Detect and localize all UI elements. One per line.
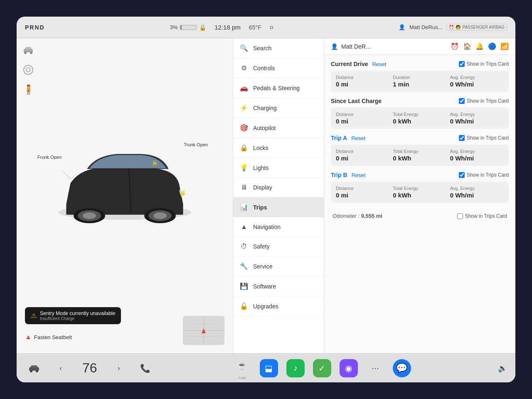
menu-panel: 🔍 Search ⚙ Controls 🚗 Pedals & Steering …	[233, 38, 324, 353]
trips-label: Trips	[253, 204, 267, 211]
mini-map[interactable]	[183, 316, 224, 345]
safety-icon: ⏱	[240, 243, 248, 250]
header-icons: ⏰ 🏠 🔔 🔵 📶	[451, 42, 509, 50]
bell-icon[interactable]: 🔔	[475, 42, 484, 50]
menu-item-upgrades[interactable]: 🔓 Upgrades	[233, 296, 324, 316]
alarm-icon[interactable]: ⏰	[451, 42, 459, 50]
status-right: 👤 Matt DeRus... ⏰ 🧑 PASSENGER AIRBAG	[399, 24, 507, 31]
svg-line-13	[62, 171, 71, 179]
bluetooth-header-icon[interactable]: 🔵	[488, 42, 496, 50]
main-content: 🧍	[17, 38, 515, 353]
car-bottom-icon[interactable]	[25, 359, 43, 377]
sentry-sub-text: Insufficient Charge	[40, 316, 115, 321]
passenger-airbag: ⏰ 🧑 PASSENGER AIRBAG	[446, 24, 507, 31]
service-label: Service	[253, 263, 273, 270]
forward-button[interactable]: ›	[110, 359, 128, 377]
menu-item-autopilot[interactable]: 🎯 Autopilot	[233, 118, 324, 138]
more-apps-icon[interactable]: ···	[366, 359, 384, 377]
menu-item-controls[interactable]: ⚙ Controls	[233, 58, 324, 78]
search-icon: 🔍	[240, 44, 248, 52]
trip-b-reset[interactable]: Reset	[352, 172, 366, 178]
service-icon: 🔧	[240, 262, 248, 270]
current-drive-title: Current Drive	[331, 61, 368, 67]
navigation-label: Navigation	[253, 224, 281, 230]
trip-b-checkbox[interactable]	[459, 172, 465, 178]
menu-item-software[interactable]: 💾 Software	[233, 276, 324, 296]
trunk-label: Trunk Open	[184, 142, 208, 148]
trip-b-header: Trip B Reset Show in Trips Card	[331, 172, 509, 178]
since-charge-avg-energy: Avg. Energy 0 Wh/mi	[450, 112, 504, 125]
circle-app-icon[interactable]: ◉	[340, 359, 358, 377]
controls-icon: ⚙	[240, 64, 248, 72]
airbag-person-icon: 🧑	[456, 25, 461, 30]
menu-item-trips[interactable]: 📊 Trips	[233, 197, 324, 217]
trip-a-checkbox[interactable]	[459, 135, 465, 141]
current-drive-header: Current Drive Reset Show in Trips Card	[331, 61, 509, 67]
signal-icon[interactable]: 📶	[500, 42, 509, 50]
svg-point-9	[83, 212, 96, 219]
trip-a-reset[interactable]: Reset	[351, 135, 365, 141]
trip-a-avg-energy: Avg. Energy 0 Wh/mi	[450, 149, 504, 162]
fasten-label: Fasten Seatbelt	[34, 334, 72, 340]
trips-icon: 📊	[240, 203, 248, 211]
menu-item-lights[interactable]: 💡 Lights	[233, 158, 324, 178]
user-icon: 👤	[399, 24, 405, 30]
speed-display: 76	[82, 360, 97, 376]
trip-a-total-energy: Total Energy 0 kWh	[393, 149, 446, 162]
menu-item-search[interactable]: 🔍 Search	[233, 38, 324, 58]
phone-icon[interactable]: 📞	[136, 359, 155, 377]
sentry-text: Sentry Mode currently unavailable Insuff…	[40, 310, 115, 321]
svg-point-12	[153, 212, 167, 219]
current-drive-distance: Distance 0 mi	[336, 75, 389, 88]
menu-item-navigation[interactable]: ▲ Navigation	[233, 217, 324, 237]
odometer-label: Odometer : 9,555 mi	[332, 213, 382, 219]
svg-text:🔓: 🔓	[152, 160, 158, 166]
prnd-display: PRND	[25, 24, 45, 31]
menu-item-charging[interactable]: ⚡ Charging	[233, 98, 324, 118]
fan-icon[interactable]: ☕	[233, 357, 251, 375]
menu-item-locks[interactable]: 🔒 Locks	[233, 138, 324, 158]
current-drive-reset[interactable]: Reset	[372, 61, 386, 67]
lights-label: Lights	[253, 165, 268, 171]
since-last-charge-trips-card: Show in Trips Card	[459, 98, 509, 104]
since-last-charge-stats-row: Distance 0 mi Total Energy 0 kWh Avg. En…	[336, 112, 504, 125]
svg-point-24	[36, 370, 38, 372]
chat-app-icon[interactable]: 💬	[393, 359, 411, 377]
battery-bar	[180, 25, 197, 30]
car-body-display: 🔓 ⚡ Frunk Open Trunk Open	[33, 138, 216, 254]
svg-point-2	[30, 52, 32, 54]
svg-point-3	[24, 65, 33, 74]
svg-point-4	[26, 68, 30, 72]
spotify-app-icon[interactable]: ♪	[286, 359, 305, 377]
menu-item-pedals[interactable]: 🚗 Pedals & Steering	[233, 78, 324, 98]
username: Matt DeRus...	[409, 24, 442, 30]
trip-a-header: Trip A Reset Show in Trips Card	[331, 135, 509, 141]
software-label: Software	[253, 283, 276, 290]
current-drive-stats-row: Distance 0 mi Duration 1 min Avg. Energy…	[336, 75, 504, 88]
current-drive-trips-label: Show in Trips Card	[467, 61, 509, 67]
autopilot-icon: 🎯	[240, 124, 248, 132]
check-app-icon[interactable]: ✓	[313, 359, 331, 377]
current-drive-stats: Distance 0 mi Duration 1 min Avg. Energy…	[331, 71, 509, 92]
back-button[interactable]: ‹	[52, 359, 70, 377]
since-last-charge-checkbox[interactable]	[459, 98, 465, 104]
trip-a-stats: Distance 0 mi Total Energy 0 kWh Avg. En…	[331, 145, 509, 166]
home-icon[interactable]: 🏠	[463, 42, 471, 50]
current-drive-checkbox[interactable]	[459, 61, 465, 67]
battery-fill	[180, 25, 182, 30]
trip-b-trips-label: Show in Trips Card	[467, 172, 509, 178]
trip-b-trips-card: Show in Trips Card	[459, 172, 509, 178]
trip-b-stats-row: Distance 0 mi Total Energy 0 kWh Avg. En…	[336, 186, 504, 199]
fasten-icon: ▲	[25, 333, 32, 341]
bluetooth-app-icon[interactable]: ⬓	[260, 359, 278, 377]
menu-item-safety[interactable]: ⏱ Safety	[233, 237, 324, 256]
menu-item-display[interactable]: 🖥 Display	[233, 178, 324, 197]
search-label: Search	[253, 45, 271, 52]
auto-label: Auto	[239, 376, 246, 380]
upgrades-label: Upgrades	[253, 303, 278, 310]
charging-label: Charging	[253, 105, 277, 111]
volume-icon[interactable]: 🔉	[498, 364, 507, 373]
odometer-checkbox[interactable]	[457, 213, 463, 219]
menu-item-service[interactable]: 🔧 Service	[233, 256, 324, 276]
odometer-row: Odometer : 9,555 mi Show in Trips Card	[331, 209, 509, 223]
